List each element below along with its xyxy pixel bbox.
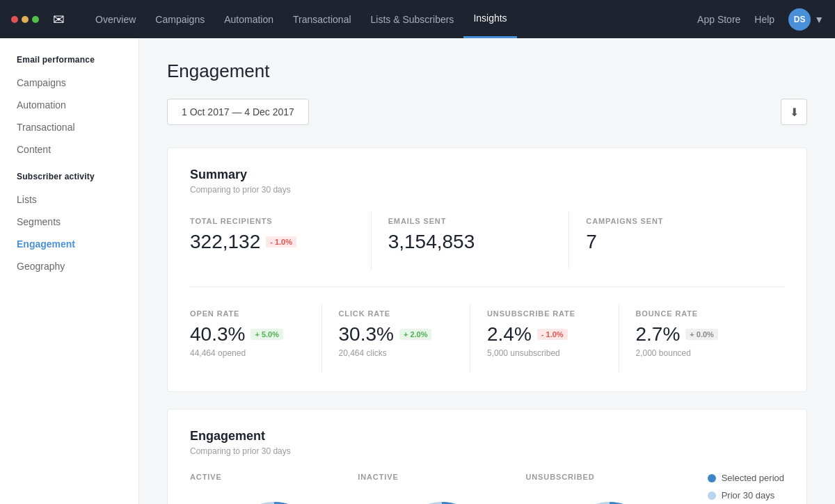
engagement-grid: ACTIVE 42.8% + 3.0% bbox=[190, 473, 784, 504]
legend-item-prior: Prior 30 days bbox=[708, 490, 784, 501]
chevron-down-icon: ▼ bbox=[814, 14, 824, 25]
legend-label-selected: Selected period bbox=[722, 473, 784, 483]
stat-value-bounce: 2.7% bbox=[636, 323, 681, 346]
app-store-link[interactable]: App Store bbox=[697, 14, 740, 25]
stat-open-rate: OPEN RATE 40.3% + 5.0% 44,464 opened bbox=[190, 304, 322, 372]
engagement-unsubscribed: UNSUBSCRIBED 6.0% + 1.0% bbox=[525, 473, 693, 504]
stat-bounce-rate: BOUNCE RATE 2.7% + 0.0% 2,000 bounced bbox=[636, 304, 785, 372]
sidebar-item-transactional[interactable]: Transactional bbox=[0, 116, 138, 138]
circle-active: 42.8% + 3.0% bbox=[218, 492, 330, 504]
stat-value-row-click: 30.3% + 2.0% bbox=[339, 323, 454, 346]
stat-value-open: 40.3% bbox=[190, 323, 245, 346]
stat-campaigns-sent: CAMPAIGNS SENT 7 bbox=[586, 211, 784, 270]
page-title: Engagement bbox=[167, 60, 807, 82]
stat-value-unsubscribe: 2.4% bbox=[487, 323, 532, 346]
summary-subtitle: Comparing to prior 30 days bbox=[190, 185, 784, 195]
stat-label-click-rate: CLICK RATE bbox=[339, 309, 454, 318]
dot-green bbox=[32, 16, 39, 23]
engagement-label-unsubscribed: UNSUBSCRIBED bbox=[525, 473, 594, 481]
stat-value-row-emails: 3,154,853 bbox=[388, 231, 552, 253]
donut-inactive bbox=[386, 492, 498, 504]
stat-label-emails-sent: EMAILS SENT bbox=[388, 217, 552, 225]
top-nav: Overview Campaigns Automation Transactio… bbox=[86, 0, 697, 38]
badge-click-rate: + 2.0% bbox=[399, 329, 432, 340]
nav-transactional[interactable]: Transactional bbox=[283, 0, 361, 38]
stat-label-campaigns-sent: CAMPAIGNS SENT bbox=[586, 217, 784, 225]
engagement-active: ACTIVE 42.8% + 3.0% bbox=[190, 473, 358, 504]
sidebar-item-engagement[interactable]: Engagement bbox=[0, 233, 138, 255]
legend-dot-selected bbox=[708, 474, 716, 482]
topbar: ✉ Overview Campaigns Automation Transact… bbox=[0, 0, 835, 38]
stat-emails-sent: EMAILS SENT 3,154,853 bbox=[388, 211, 570, 270]
stat-click-rate: CLICK RATE 30.3% + 2.0% 20,464 clicks bbox=[339, 304, 471, 372]
summary-title: Summary bbox=[190, 168, 784, 182]
legend-item-selected: Selected period bbox=[708, 473, 784, 483]
download-button[interactable]: ⬇ bbox=[781, 99, 807, 125]
sidebar-section-subscriber-activity: Subscriber activity bbox=[0, 172, 138, 188]
main-content: Engagement 1 Oct 2017 — 4 Dec 2017 ⬇ Sum… bbox=[139, 38, 835, 504]
engagement-subtitle: Comparing to prior 30 days bbox=[190, 446, 784, 456]
nav-insights[interactable]: Insights bbox=[463, 0, 516, 38]
nav-lists-subscribers[interactable]: Lists & Subscribers bbox=[361, 0, 464, 38]
sidebar: Email performance Campaigns Automation T… bbox=[0, 38, 139, 504]
circle-inactive: 51.2% - 2.0% bbox=[386, 492, 498, 504]
topbar-right: App Store Help DS ▼ bbox=[697, 8, 824, 31]
engagement-label-active: ACTIVE bbox=[190, 473, 222, 481]
badge-bounce-rate: + 0.0% bbox=[685, 329, 718, 340]
badge-unsubscribe-rate: - 1.0% bbox=[537, 329, 568, 340]
sidebar-item-automation[interactable]: Automation bbox=[0, 94, 138, 116]
badge-recipients: - 1.0% bbox=[266, 236, 296, 247]
stat-value-emails: 3,154,853 bbox=[388, 231, 475, 253]
date-range-picker[interactable]: 1 Oct 2017 — 4 Dec 2017 bbox=[167, 99, 309, 125]
stat-label-unsubscribe-rate: UNSUBSCRIBE RATE bbox=[487, 309, 602, 318]
avatar[interactable]: DS bbox=[788, 8, 811, 31]
donut-active bbox=[218, 492, 330, 504]
stat-value-recipients: 322,132 bbox=[190, 231, 260, 253]
stat-label-total-recipients: TOTAL RECIPIENTS bbox=[190, 217, 354, 225]
sidebar-section-email-performance: Email performance bbox=[0, 55, 138, 72]
chart-legend: Selected period Prior 30 days bbox=[694, 473, 784, 501]
stat-value-row-unsubscribe: 2.4% - 1.0% bbox=[487, 323, 602, 346]
sidebar-item-content[interactable]: Content bbox=[0, 138, 138, 161]
stat-value-click: 30.3% bbox=[339, 323, 394, 346]
stat-unsubscribe-rate: UNSUBSCRIBE RATE 2.4% - 1.0% 5,000 unsub… bbox=[487, 304, 619, 372]
nav-campaigns[interactable]: Campaigns bbox=[145, 0, 214, 38]
engagement-title: Engagement bbox=[190, 429, 784, 444]
engagement-inactive: INACTIVE 51.2% - 2.0% bbox=[358, 473, 525, 504]
stat-label-bounce-rate: BOUNCE RATE bbox=[636, 309, 785, 318]
stat-value-row-open: 40.3% + 5.0% bbox=[190, 323, 305, 346]
user-menu[interactable]: DS ▼ bbox=[788, 8, 824, 31]
stat-value-row-recipients: 322,132 - 1.0% bbox=[190, 231, 354, 253]
donut-unsubscribed bbox=[554, 492, 665, 504]
stat-label-open-rate: OPEN RATE bbox=[190, 309, 305, 318]
sidebar-item-geography[interactable]: Geography bbox=[0, 255, 138, 277]
legend-dot-prior bbox=[708, 491, 716, 500]
summary-section: Summary Comparing to prior 30 days TOTAL… bbox=[167, 147, 807, 392]
stat-detail-unsubscribe: 5,000 unsubscribed bbox=[487, 348, 602, 358]
stat-value-row-campaigns: 7 bbox=[586, 231, 784, 253]
stat-detail-open: 44,464 opened bbox=[190, 348, 305, 358]
stat-detail-bounce: 2,000 bounced bbox=[636, 348, 785, 358]
sidebar-item-segments[interactable]: Segments bbox=[0, 211, 138, 233]
main-layout: Email performance Campaigns Automation T… bbox=[0, 38, 835, 504]
top-stats-grid: TOTAL RECIPIENTS 322,132 - 1.0% EMAILS S… bbox=[190, 211, 784, 270]
date-bar: 1 Oct 2017 — 4 Dec 2017 ⬇ bbox=[167, 99, 807, 125]
stat-value-campaigns: 7 bbox=[586, 231, 597, 253]
app-logo: ✉ bbox=[53, 11, 65, 28]
engagement-section: Engagement Comparing to prior 30 days AC… bbox=[167, 409, 807, 504]
sidebar-item-campaigns[interactable]: Campaigns bbox=[0, 72, 138, 94]
sidebar-item-lists[interactable]: Lists bbox=[0, 188, 138, 211]
stat-value-row-bounce: 2.7% + 0.0% bbox=[636, 323, 785, 346]
badge-open-rate: + 5.0% bbox=[250, 329, 283, 340]
nav-automation[interactable]: Automation bbox=[214, 0, 283, 38]
help-link[interactable]: Help bbox=[754, 14, 774, 25]
dot-red bbox=[11, 16, 18, 23]
stat-total-recipients: TOTAL RECIPIENTS 322,132 - 1.0% bbox=[190, 211, 372, 270]
legend-label-prior: Prior 30 days bbox=[722, 490, 775, 501]
nav-overview[interactable]: Overview bbox=[86, 0, 145, 38]
bottom-stats-grid: OPEN RATE 40.3% + 5.0% 44,464 opened CLI… bbox=[190, 286, 784, 372]
stat-detail-click: 20,464 clicks bbox=[339, 348, 454, 358]
circle-unsubscribed: 6.0% + 1.0% bbox=[554, 492, 665, 504]
dot-yellow bbox=[22, 16, 29, 23]
engagement-label-inactive: INACTIVE bbox=[358, 473, 398, 481]
